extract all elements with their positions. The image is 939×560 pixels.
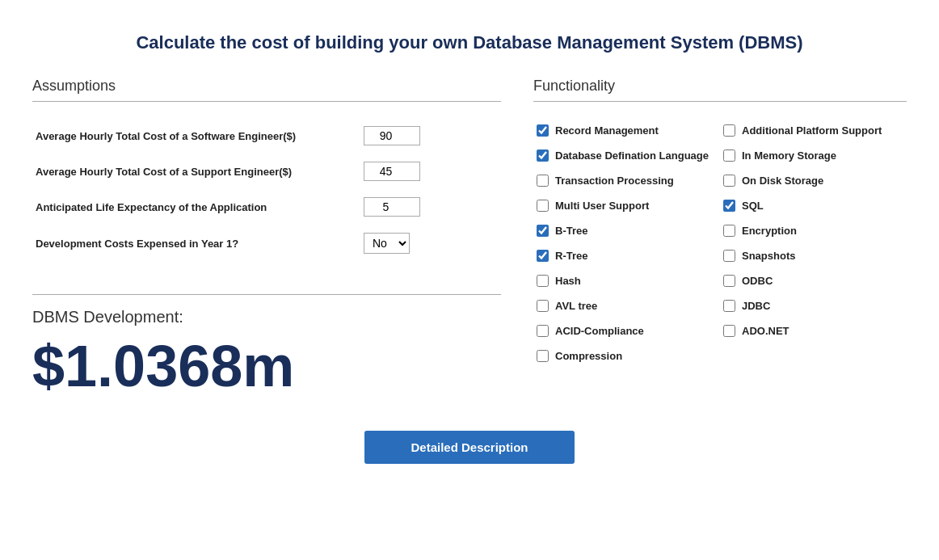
func-item-hash: Hash <box>533 268 720 293</box>
func-item-btree: B-Tree <box>533 218 720 243</box>
func-checkbox-btree[interactable] <box>537 225 549 237</box>
detailed-description-button[interactable]: Detailed Description <box>364 431 575 464</box>
assumption-label-3: Development Costs Expensed in Year 1? <box>32 225 360 262</box>
func-label-acid[interactable]: ACID-Compliance <box>555 325 644 337</box>
func-checkbox-hash[interactable] <box>537 275 549 287</box>
func-checkbox-sql[interactable] <box>723 200 735 212</box>
func-checkbox-txn_processing[interactable] <box>537 175 549 187</box>
func-label-compression[interactable]: Compression <box>555 350 622 362</box>
func-item-txn_processing: Transaction Processing <box>533 168 720 193</box>
func-label-odbc[interactable]: ODBC <box>742 275 773 287</box>
func-checkbox-multi_user[interactable] <box>537 200 549 212</box>
func-label-jdbc[interactable]: JDBC <box>742 300 770 312</box>
func-checkbox-acid[interactable] <box>537 325 549 337</box>
assumption-label-0: Average Hourly Total Cost of a Software … <box>32 118 360 154</box>
func-checkbox-in_memory[interactable] <box>723 149 735 162</box>
func-label-in_memory[interactable]: In Memory Storage <box>742 149 836 162</box>
func-label-encryption[interactable]: Encryption <box>742 225 797 237</box>
assumption-input-1[interactable] <box>360 154 501 189</box>
func-label-btree[interactable]: B-Tree <box>555 225 587 237</box>
func-checkbox-avl_tree[interactable] <box>537 300 549 312</box>
func-label-txn_processing[interactable]: Transaction Processing <box>555 175 674 187</box>
func-label-platform_support[interactable]: Additional Platform Support <box>742 124 882 137</box>
functionality-title: Functionality <box>533 78 907 102</box>
right-panel: Functionality Record ManagementAdditiona… <box>533 78 907 398</box>
assumption-input-field-2[interactable] <box>364 197 420 217</box>
func-checkbox-db_def_lang[interactable] <box>537 149 549 162</box>
func-label-on_disk[interactable]: On Disk Storage <box>742 175 823 187</box>
func-item-rtree: R-Tree <box>533 243 720 268</box>
assumption-input-0[interactable] <box>360 118 501 154</box>
func-item-adonet: ADO.NET <box>720 318 907 343</box>
func-label-avl_tree[interactable]: AVL tree <box>555 300 597 312</box>
func-label-record_mgmt[interactable]: Record Management <box>555 124 659 137</box>
func-label-hash[interactable]: Hash <box>555 275 581 287</box>
func-item-platform_support: Additional Platform Support <box>720 118 907 143</box>
func-item-compression: Compression <box>533 343 720 368</box>
func-label-multi_user[interactable]: Multi User Support <box>555 200 649 212</box>
func-item-encryption: Encryption <box>720 218 907 243</box>
assumptions-table: Average Hourly Total Cost of a Software … <box>32 118 501 262</box>
assumption-input-3[interactable]: NoYes <box>360 225 501 262</box>
dbms-dev-cost: $1.0368m <box>32 335 501 398</box>
func-checkbox-adonet[interactable] <box>723 325 735 337</box>
page-title: Calculate the cost of building your own … <box>32 16 907 78</box>
assumption-label-2: Anticipated Life Expectancy of the Appli… <box>32 189 360 225</box>
func-item-multi_user: Multi User Support <box>533 193 720 218</box>
assumption-input-field-0[interactable] <box>364 126 420 145</box>
func-checkbox-platform_support[interactable] <box>723 124 735 137</box>
assumption-label-1: Average Hourly Total Cost of a Support E… <box>32 154 360 189</box>
func-item-odbc: ODBC <box>720 268 907 293</box>
func-checkbox-on_disk[interactable] <box>723 175 735 187</box>
func-item-snapshots: Snapshots <box>720 243 907 268</box>
func-checkbox-snapshots[interactable] <box>723 250 735 262</box>
func-label-sql[interactable]: SQL <box>742 200 764 212</box>
dbms-development-section: DBMS Development: $1.0368m <box>32 294 501 398</box>
func-item-in_memory: In Memory Storage <box>720 143 907 168</box>
assumption-input-2[interactable] <box>360 189 501 225</box>
func-checkbox-jdbc[interactable] <box>723 300 735 312</box>
func-checkbox-record_mgmt[interactable] <box>537 124 549 137</box>
func-item-on_disk: On Disk Storage <box>720 168 907 193</box>
func-item-avl_tree: AVL tree <box>533 293 720 318</box>
func-label-db_def_lang[interactable]: Database Defination Language <box>555 149 709 162</box>
func-item-jdbc: JDBC <box>720 293 907 318</box>
func-label-snapshots[interactable]: Snapshots <box>742 250 795 262</box>
func-checkbox-rtree[interactable] <box>537 250 549 262</box>
func-item-record_mgmt: Record Management <box>533 118 720 143</box>
left-panel: Assumptions Average Hourly Total Cost of… <box>32 78 501 398</box>
func-label-adonet[interactable]: ADO.NET <box>742 325 790 337</box>
func-item-sql: SQL <box>720 193 907 218</box>
dbms-dev-label: DBMS Development: <box>32 308 501 326</box>
assumption-select-3[interactable]: NoYes <box>364 233 410 254</box>
functionality-grid: Record ManagementAdditional Platform Sup… <box>533 118 907 368</box>
func-checkbox-encryption[interactable] <box>723 225 735 237</box>
assumptions-title: Assumptions <box>32 78 501 102</box>
func-checkbox-odbc[interactable] <box>723 275 735 287</box>
func-item-acid: ACID-Compliance <box>533 318 720 343</box>
func-checkbox-compression[interactable] <box>537 350 549 362</box>
assumption-input-field-1[interactable] <box>364 162 420 181</box>
func-item-db_def_lang: Database Defination Language <box>533 143 720 168</box>
func-label-rtree[interactable]: R-Tree <box>555 250 587 262</box>
